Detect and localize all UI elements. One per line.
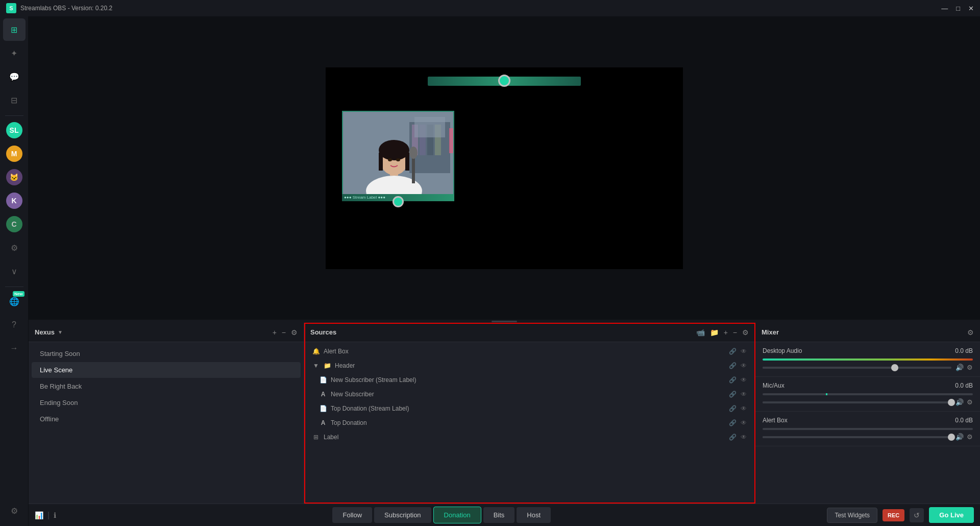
mic-aux-level <box>763 393 973 395</box>
desktop-audio-level <box>763 358 973 361</box>
sources-add-button[interactable]: + <box>724 328 728 337</box>
sidebar-item-layout[interactable]: ⊟ <box>3 89 26 111</box>
sidebar-item-plugins[interactable]: ⚙ <box>3 236 26 259</box>
scene-item-starting-soon[interactable]: Starting Soon <box>32 346 301 362</box>
scenes-remove-button[interactable]: − <box>282 328 286 337</box>
source-item-alert-box[interactable]: 🔔 Alert Box 🔗 👁 <box>304 344 755 358</box>
sidebar-item-goto[interactable]: → <box>3 337 26 360</box>
sources-list: 🔔 Alert Box 🔗 👁 ▼ 📁 Header <box>304 342 755 504</box>
svg-point-14 <box>396 158 400 161</box>
sources-remove-button[interactable]: − <box>733 328 737 337</box>
source-item-label[interactable]: ⊞ Label 🔗 👁 <box>304 430 755 444</box>
header-link-icon: 🔗 <box>729 362 737 369</box>
mic-level-indicator <box>826 393 827 395</box>
sources-panel-header: Sources 📹 📁 + − ⚙ <box>304 323 755 342</box>
sidebar-item-settings[interactable]: ⚙ <box>3 499 26 522</box>
close-button[interactable]: ✕ <box>968 5 974 12</box>
source-item-top-donation[interactable]: A Top Donation 🔗 👁 <box>304 416 755 430</box>
go-live-button[interactable]: Go Live <box>929 507 974 523</box>
new-sub-eye-icon: 👁 <box>741 391 747 398</box>
scene-item-offline[interactable]: Offline <box>32 411 301 427</box>
streamlabs-avatar: SL <box>6 122 22 138</box>
desktop-audio-settings-button[interactable]: ⚙ <box>967 364 973 371</box>
rec-button[interactable]: REC <box>883 509 904 521</box>
mixer-panel-title: Mixer <box>762 328 779 336</box>
scenes-title-text: Nexus <box>35 328 55 336</box>
top-bar <box>428 77 581 86</box>
header-eye-icon: 👁 <box>741 362 747 369</box>
scenes-panel-header: Nexus ▼ + − ⚙ <box>29 323 304 342</box>
main-layout: ⊞ ✦ 💬 ⊟ SL M 🐱 K C ⚙ ∨ <box>0 16 980 526</box>
scene-item-live[interactable]: Live Scene <box>32 362 301 378</box>
facemask-avatar: 🐱 <box>6 169 22 185</box>
source-label-name: Label <box>324 434 725 441</box>
test-widgets-button[interactable]: Test Widgets <box>827 508 877 523</box>
sidebar-item-streamlabs[interactable]: SL <box>3 119 26 141</box>
mixer-alert-box-header: Alert Box 0.0 dB <box>763 417 973 424</box>
editor-icon: ✦ <box>11 49 17 58</box>
scene-item-ending-soon[interactable]: Ending Soon <box>32 395 301 411</box>
scenes-header-actions: + − ⚙ <box>273 328 298 337</box>
sidebar-item-chevron[interactable]: ∨ <box>3 260 26 282</box>
preview-canvas: ●●● Stream Label ●●● <box>326 67 683 269</box>
sidebar-item-merch[interactable]: M <box>3 142 26 165</box>
alert-box-settings-button[interactable]: ⚙ <box>967 433 973 441</box>
sources-camera-button[interactable]: 📹 <box>696 328 705 337</box>
preview-area: ●●● Stream Label ●●● › <box>29 16 980 320</box>
reset-button[interactable]: ↺ <box>910 508 924 522</box>
sidebar-item-chat[interactable]: 💬 <box>3 65 26 88</box>
merch-avatar: M <box>6 146 22 162</box>
follow-alert-button[interactable]: Follow <box>332 507 372 523</box>
alert-box-track[interactable] <box>763 436 951 438</box>
mixer-alert-box-db: 0.0 dB <box>955 417 973 424</box>
source-new-sub-label-name: New Subscriber (Stream Label) <box>331 376 725 384</box>
kpop-avatar: K <box>6 193 22 209</box>
sidebar-item-facemask[interactable]: 🐱 <box>3 166 26 188</box>
status-bar-right: Test Widgets REC ↺ Go Live <box>827 507 974 523</box>
alert-box-knob[interactable] <box>948 434 955 441</box>
home-icon: ⊞ <box>11 25 17 35</box>
desktop-audio-mute-button[interactable]: 🔊 <box>955 364 964 371</box>
sidebar-item-kpop[interactable]: K <box>3 189 26 212</box>
bits-alert-button[interactable]: Bits <box>483 507 515 523</box>
mixer-desktop-audio: Desktop Audio 0.0 dB 🔊 ⚙ <box>755 342 980 377</box>
scenes-panel: Nexus ▼ + − ⚙ Starting Soon Live Scene B… <box>29 323 304 504</box>
source-item-new-sub[interactable]: A New Subscriber 🔗 👁 <box>304 387 755 401</box>
stats-button[interactable]: 📊 <box>35 511 43 519</box>
mic-aux-track[interactable] <box>763 401 951 403</box>
mic-aux-knob[interactable] <box>948 399 955 406</box>
desktop-audio-track[interactable] <box>763 367 951 369</box>
scenes-settings-button[interactable]: ⚙ <box>291 328 298 337</box>
mixer-settings-button[interactable]: ⚙ <box>967 328 974 337</box>
content-area: ●●● Stream Label ●●● › Nexus <box>29 16 980 526</box>
scenes-add-button[interactable]: + <box>273 328 277 337</box>
source-item-new-sub-label[interactable]: 📄 New Subscriber (Stream Label) 🔗 👁 <box>304 373 755 387</box>
subscription-alert-button[interactable]: Subscription <box>374 507 431 523</box>
sources-folder-button[interactable]: 📁 <box>710 328 719 337</box>
sidebar-item-support[interactable]: ? <box>3 314 26 336</box>
source-new-sub-label-actions: 🔗 👁 <box>729 376 747 384</box>
label-icon: ⊞ <box>312 434 320 441</box>
accent-bar <box>449 128 453 153</box>
folder-collapse-icon: ▼ <box>312 362 320 369</box>
mixer-mic-aux-name: Mic/Aux <box>763 382 785 389</box>
scene-item-brb[interactable]: Be Right Back <box>32 378 301 394</box>
donation-alert-button[interactable]: Donation <box>433 507 481 523</box>
source-item-top-donation-label[interactable]: 📄 Top Donation (Stream Label) 🔗 👁 <box>304 401 755 416</box>
svg-point-10 <box>379 140 409 160</box>
sources-settings-button[interactable]: ⚙ <box>742 328 749 337</box>
alert-icon: 🔔 <box>312 348 320 355</box>
mic-aux-mute-button[interactable]: 🔊 <box>955 398 964 406</box>
sidebar-item-collab[interactable]: C <box>3 213 26 235</box>
alert-box-mute-button[interactable]: 🔊 <box>955 433 964 441</box>
maximize-button[interactable]: □ <box>956 5 960 12</box>
mic-aux-settings-button[interactable]: ⚙ <box>967 398 973 406</box>
stream-label-icon-2: 📄 <box>320 405 327 412</box>
host-alert-button[interactable]: Host <box>517 507 551 523</box>
sidebar-item-home[interactable]: ⊞ <box>3 18 26 41</box>
minimize-button[interactable]: — <box>941 5 948 12</box>
desktop-audio-knob[interactable] <box>891 364 898 371</box>
sidebar-item-globe[interactable]: 🌐 New <box>3 290 26 313</box>
source-item-header[interactable]: ▼ 📁 Header 🔗 👁 <box>304 358 755 373</box>
sidebar-item-editor[interactable]: ✦ <box>3 42 26 64</box>
